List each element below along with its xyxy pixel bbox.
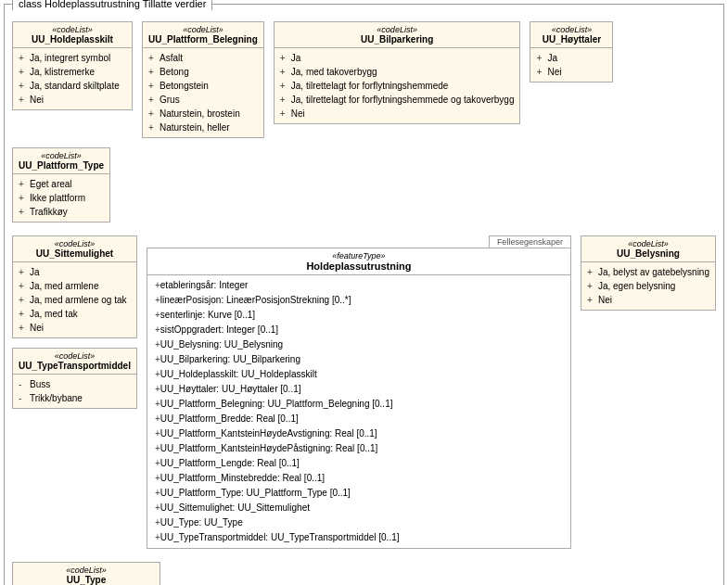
bilparkering-stereotype: «codeList»: [280, 25, 515, 34]
attr-item: +Ja, klistremerke: [19, 65, 126, 79]
sittemulighet-box: «codeList» UU_Sittemulighet +Ja +Ja, med…: [12, 235, 137, 338]
holdeplasskilt-header: «codeList» UU_Holdeplasskilt: [13, 22, 132, 48]
attr-item: +Ja, belyst av gatebelysning: [587, 265, 709, 279]
belysning-name: UU_Belysning: [587, 248, 709, 259]
attr-plus: +: [280, 107, 287, 121]
attr-text: Nei: [598, 293, 612, 307]
attr-plus: +: [587, 265, 594, 279]
bilparkering-header: «codeList» UU_Bilparkering: [275, 22, 520, 48]
holdeplasskilt-stereotype: «codeList»: [19, 25, 126, 34]
type-transportmiddel-name: UU_TypeTransportmiddel: [19, 361, 131, 371]
uu-type-header: «codeList» UU_Type: [13, 563, 160, 585]
attr-plus: +: [536, 65, 543, 79]
plattform-belegning-body: +Asfalt +Betong +Betongstein +Grus +Natu…: [143, 48, 263, 137]
attr-item: +Nei: [280, 107, 515, 121]
attr-plus: +: [19, 205, 26, 219]
attr-item: +UU_Belysning: UU_Belysning: [155, 337, 563, 352]
attr-text: Ja: [30, 265, 40, 279]
attr-item: +UU_Plattform_KantsteinHøydeAvstigning: …: [155, 426, 563, 441]
left-col: «codeList» UU_Sittemulighet +Ja +Ja, med…: [12, 235, 137, 409]
attr-text: Betongstein: [160, 79, 209, 93]
hoyttaler-header: «codeList» UU_Høyttaler: [530, 22, 612, 48]
attr-text: Ja, tilrettelagt for forflytningshemmede: [291, 79, 449, 93]
sittemulighet-stereotype: «codeList»: [19, 239, 131, 248]
attr-plus: +: [148, 79, 156, 93]
attr-plus: +: [148, 51, 156, 65]
attr-item: +Ja, tilrettelagt for forflytningshemmed…: [280, 93, 515, 107]
attr-plus: +: [19, 191, 26, 205]
type-transportmiddel-stereotype: «codeList»: [19, 351, 131, 361]
attr-item: +Betong: [148, 65, 258, 79]
attr-item: +Ja, standard skiltplate: [19, 79, 126, 93]
plattform-type-body: +Eget areal +Ikke plattform +Trafikkøy: [13, 174, 109, 222]
attr-item: +Nei: [536, 65, 607, 79]
attr-text: Nei: [30, 93, 44, 107]
attr-plus: +: [148, 121, 156, 134]
attr-item: +Ja, med tak: [19, 307, 131, 321]
attr-item: +Ja: [19, 265, 131, 279]
attr-plus: +: [19, 177, 26, 191]
attr-plus: +: [19, 51, 26, 65]
type-transportmiddel-box: «codeList» UU_TypeTransportmiddel -Buss …: [12, 348, 137, 409]
attr-text: sistOppgradert: Integer [0..1]: [160, 324, 278, 335]
attr-item: +UU_Sittemulighet: UU_Sittemulighet: [155, 501, 563, 515]
attr-text: Betong: [160, 65, 189, 79]
attr-item: -Buss: [19, 377, 131, 391]
attr-plus: +: [148, 93, 156, 107]
attr-text: Asfalt: [160, 51, 183, 65]
attr-plus: +: [148, 107, 156, 121]
attr-item: +etableringsår: Integer: [155, 278, 563, 293]
attr-text: UU_Plattform_Belegning: UU_Plattform_Bel…: [160, 399, 393, 409]
attr-text: Ja, med tak: [30, 307, 78, 321]
fellesegenskaper-wrapper: Fellesegenskaper: [147, 235, 571, 248]
type-transportmiddel-body: -Buss -Trikk/bybane: [13, 375, 136, 408]
sittemulighet-header: «codeList» UU_Sittemulighet: [13, 236, 136, 262]
attr-item: +senterlinje: Kurve [0..1]: [155, 308, 563, 323]
attr-text: Ja, standard skiltplate: [30, 79, 120, 93]
attr-item: +Nei: [587, 293, 709, 307]
attr-item: +lineærPosisjon: LineærPosisjonStrekning…: [155, 293, 563, 308]
holdeplassutrustning-body: +etableringsår: Integer +lineærPosisjon:…: [147, 275, 570, 548]
plattform-type-box: «codeList» UU_Plattform_Type +Eget areal…: [12, 147, 110, 223]
attr-text: UU_Plattform_KantsteinHøydePåstigning: R…: [160, 443, 378, 453]
diagram-container: class Holdeplassutrustning Tillatte verd…: [4, 4, 724, 585]
attr-item: +Betongstein: [148, 79, 258, 93]
attr-text: UU_Plattform_Lengde: Real [0..1]: [160, 458, 300, 468]
uu-type-box: «codeList» UU_Type +Annen type +Kantstop…: [12, 562, 160, 585]
attr-item: +UU_Type: UU_Type: [155, 515, 563, 530]
attr-text: Ikke plattform: [30, 191, 85, 205]
holdeplasskilt-box: «codeList» UU_Holdeplasskilt +Ja, integr…: [12, 21, 133, 110]
belysning-stereotype: «codeList»: [587, 239, 709, 248]
attr-item: +Ja, med takoverbygg: [280, 65, 515, 79]
attr-text: UU_Høyttaler: UU_Høyttaler [0..1]: [160, 384, 301, 394]
attr-item: +UU_Holdeplasskilt: UU_Holdeplasskilt: [155, 367, 563, 382]
attr-text: Ja, integrert symbol: [30, 51, 110, 65]
attr-item: +Ja: [536, 51, 607, 65]
uu-type-name: UU_Type: [19, 575, 154, 585]
attr-item: +Ja, med armlene: [19, 279, 131, 293]
bottom-row: «codeList» UU_Type +Annen type +Kantstop…: [12, 562, 716, 585]
hoyttaler-name: UU_Høyttaler: [536, 34, 607, 45]
type-transportmiddel-header: «codeList» UU_TypeTransportmiddel: [13, 349, 136, 375]
belysning-header: «codeList» UU_Belysning: [581, 236, 715, 262]
attr-text: Trafikkøy: [30, 205, 68, 219]
attr-minus: -: [19, 391, 26, 405]
attr-item: +UU_Plattform_Belegning: UU_Plattform_Be…: [155, 397, 563, 412]
attr-text: UU_Belysning: UU_Belysning: [160, 339, 283, 350]
attr-text: Ja, med armlene: [30, 279, 98, 293]
attr-text: UU_Type: UU_Type: [160, 517, 243, 528]
attr-item: +Asfalt: [148, 51, 258, 65]
attr-text: Ja, belyst av gatebelysning: [598, 265, 709, 279]
attr-plus: +: [19, 321, 26, 335]
attr-text: Trikk/bybane: [30, 391, 83, 405]
holdeplassutrustning-box: «featureType» Holdeplassutrustning +etab…: [147, 248, 571, 549]
attr-plus: +: [19, 293, 26, 307]
attr-text: Ja, med takoverbygg: [291, 65, 377, 79]
attr-item: +UU_Plattform_KantsteinHøydePåstigning: …: [155, 441, 563, 456]
attr-text: Ja, egen belysning: [598, 279, 675, 293]
attr-item: +UU_Plattform_Minstebredde: Real [0..1]: [155, 471, 563, 486]
attr-item: -Trikk/bybane: [19, 391, 131, 405]
attr-text: UU_Plattform_Type: UU_Plattform_Type [0.…: [160, 488, 351, 498]
middle-row: «codeList» UU_Sittemulighet +Ja +Ja, med…: [12, 235, 716, 549]
attr-item: +UU_Plattform_Type: UU_Plattform_Type [0…: [155, 486, 563, 501]
